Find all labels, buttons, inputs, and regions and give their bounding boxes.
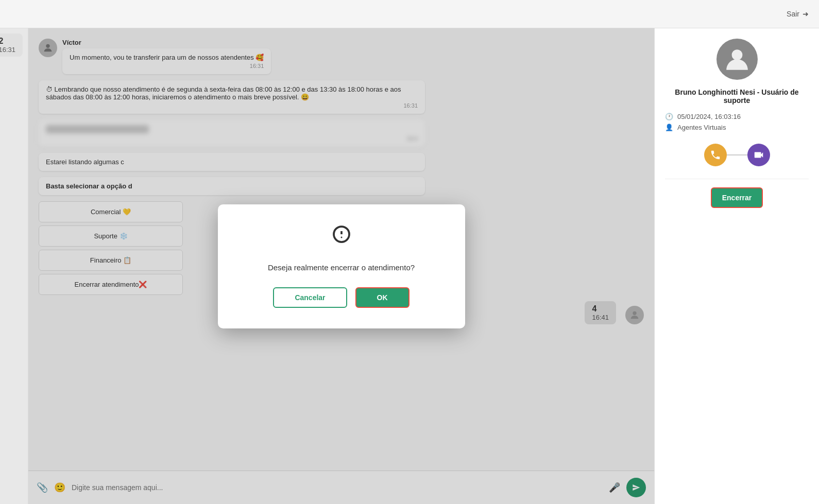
sidebar-badge: 2 16:31 (0, 33, 23, 57)
svg-point-5 (731, 49, 742, 60)
panel-datetime: 🕐 05/01/2024, 16:03:16 (665, 113, 809, 120)
video-icon (747, 144, 770, 166)
main-layout: 2 16:31 Víctor Um momento, vou te transf… (0, 28, 819, 504)
panel-name: Bruno Longhinotti Nesi - Usuário de supo… (665, 88, 809, 105)
divider-line (727, 154, 747, 155)
right-panel: Bruno Longhinotti Nesi - Usuário de supo… (654, 28, 819, 504)
panel-meta: 🕐 05/01/2024, 16:03:16 👤 Agentes Virtuai… (665, 113, 809, 131)
person-icon: 👤 (665, 124, 673, 131)
modal-overlay: Deseja realmente encerrar o atendimento?… (28, 28, 654, 504)
modal-message: Deseja realmente encerrar o atendimento? (268, 263, 415, 272)
logout-icon: ➜ (803, 10, 809, 18)
sidebar-left: 2 16:31 (0, 28, 28, 504)
svg-point-4 (340, 236, 342, 238)
phone-icon (704, 144, 727, 166)
modal-buttons: Cancelar OK (273, 287, 409, 308)
clock-icon: 🕐 (665, 113, 673, 120)
panel-avatar (716, 39, 758, 80)
top-bar: Sair ➜ (0, 0, 819, 28)
chat-area: Víctor Um momento, vou te transferir par… (28, 28, 654, 504)
panel-icons-row (665, 144, 809, 166)
modal-cancel-button[interactable]: Cancelar (273, 287, 347, 308)
logout-label: Sair (787, 10, 799, 18)
encerrar-button[interactable]: Encerrar (711, 187, 763, 208)
panel-divider (665, 179, 809, 179)
logout-button[interactable]: Sair ➜ (787, 10, 809, 18)
modal-icon (332, 225, 351, 248)
modal-dialog: Deseja realmente encerrar o atendimento?… (218, 204, 465, 328)
panel-agent: 👤 Agentes Virtuais (665, 124, 809, 131)
modal-ok-button[interactable]: OK (355, 287, 410, 308)
